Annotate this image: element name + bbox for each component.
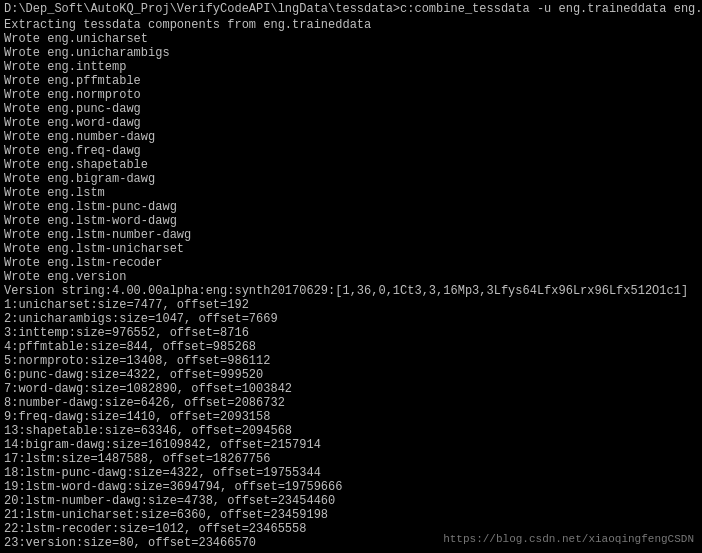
output-line: Wrote eng.pffmtable [4,74,698,88]
output-line: 4:pffmtable:size=844, offset=985268 [4,340,698,354]
output-line: 14:bigram-dawg:size=16109842, offset=215… [4,438,698,452]
output-line: 7:word-dawg:size=1082890, offset=1003842 [4,382,698,396]
output-line: 6:punc-dawg:size=4322, offset=999520 [4,368,698,382]
output-line: 21:lstm-unicharset:size=6360, offset=234… [4,508,698,522]
output-line: Extracting tessdata components from eng.… [4,18,698,32]
output-line: Wrote eng.normproto [4,88,698,102]
output-line: Wrote eng.lstm-punc-dawg [4,200,698,214]
output-line: 3:inttemp:size=976552, offset=8716 [4,326,698,340]
output-line: Version string:4.00.00alpha:eng:synth201… [4,284,698,298]
output-line: Wrote eng.shapetable [4,158,698,172]
output-line: Wrote eng.lstm-unicharset [4,242,698,256]
output-lines: Extracting tessdata components from eng.… [4,18,698,550]
output-line: Wrote eng.version [4,270,698,284]
output-line: Wrote eng.inttemp [4,60,698,74]
output-line: 13:shapetable:size=63346, offset=2094568 [4,424,698,438]
output-line: Wrote eng.lstm-word-dawg [4,214,698,228]
output-line: Wrote eng.unicharambigs [4,46,698,60]
output-line: Wrote eng.lstm-recoder [4,256,698,270]
output-line: Wrote eng.punc-dawg [4,102,698,116]
output-line: 2:unicharambigs:size=1047, offset=7669 [4,312,698,326]
output-line: 9:freq-dawg:size=1410, offset=2093158 [4,410,698,424]
output-line: 5:normproto:size=13408, offset=986112 [4,354,698,368]
output-line: Wrote eng.lstm-number-dawg [4,228,698,242]
output-line: Wrote eng.word-dawg [4,116,698,130]
output-line: 1:unicharset:size=7477, offset=192 [4,298,698,312]
terminal-window: D:\Dep_Soft\AutoKQ_Proj\VerifyCodeAPI\ln… [0,0,702,553]
output-line: Wrote eng.bigram-dawg [4,172,698,186]
output-line: Wrote eng.unicharset [4,32,698,46]
output-line: 19:lstm-word-dawg:size=3694794, offset=1… [4,480,698,494]
output-line: Wrote eng.number-dawg [4,130,698,144]
output-line: 20:lstm-number-dawg:size=4738, offset=23… [4,494,698,508]
output-line: 17:lstm:size=1487588, offset=18267756 [4,452,698,466]
output-line: Wrote eng.lstm [4,186,698,200]
title-bar: D:\Dep_Soft\AutoKQ_Proj\VerifyCodeAPI\ln… [4,2,698,16]
output-line: 8:number-dawg:size=6426, offset=2086732 [4,396,698,410]
output-line: Wrote eng.freq-dawg [4,144,698,158]
output-line: 18:lstm-punc-dawg:size=4322, offset=1975… [4,466,698,480]
watermark: https://blog.csdn.net/xiaoqingfengCSDN [443,533,694,545]
